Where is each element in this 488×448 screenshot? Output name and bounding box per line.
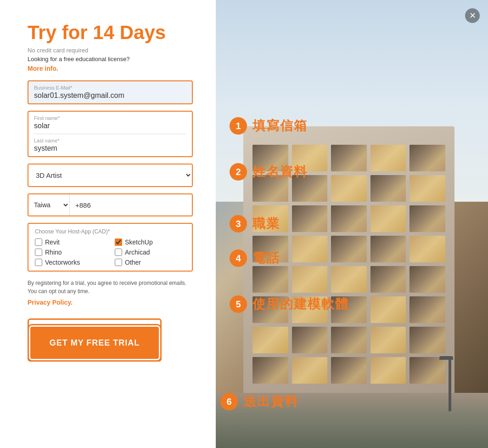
profession-select[interactable]: 3D Artist Architect Engineer Student Oth…: [28, 164, 192, 186]
submit-wrapper: GET MY FREE TRIAL: [28, 318, 162, 362]
privacy-policy-link[interactable]: Privacy Policy.: [28, 299, 73, 306]
window: [252, 357, 288, 384]
window: [331, 327, 367, 353]
window: [331, 266, 367, 293]
ground: [216, 393, 488, 448]
image-panel: 1 填寫信箱 2 姓名資料 3 職業 4 電話 5 使用的建模軟體: [216, 0, 488, 448]
first-name-input[interactable]: [34, 122, 186, 130]
subtitle-no-cc: No credit card required: [28, 47, 193, 54]
checkbox-revit-input[interactable]: [35, 238, 42, 246]
submit-button[interactable]: GET MY FREE TRIAL: [30, 327, 159, 359]
window: [409, 357, 445, 384]
profession-select-group: 3D Artist Architect Engineer Student Oth…: [28, 164, 193, 187]
page-title: Try for 14 Days: [28, 22, 193, 43]
window: [292, 266, 328, 293]
checkbox-archicad-input[interactable]: [115, 249, 122, 256]
checkbox-rhino-input[interactable]: [35, 249, 42, 256]
window: [292, 236, 328, 262]
window: [409, 175, 445, 202]
email-input[interactable]: [34, 91, 186, 100]
phone-field-group: Taiwa USA UK: [28, 193, 193, 216]
last-name-input[interactable]: [34, 144, 186, 153]
checkbox-archicad[interactable]: Archicad: [115, 249, 185, 256]
first-name-label: First name*: [34, 115, 186, 121]
window: [370, 205, 406, 232]
email-label: Business E-Mail*: [34, 85, 186, 91]
checkbox-sketchup[interactable]: SketchUp: [115, 238, 185, 246]
window: [331, 236, 367, 262]
window: [292, 296, 328, 323]
window: [331, 205, 367, 232]
window: [252, 175, 288, 202]
window: [331, 175, 367, 202]
window: [370, 327, 406, 353]
window: [331, 296, 367, 323]
building-main: [243, 126, 454, 402]
last-name-row: Last name*: [34, 138, 186, 153]
window: [252, 266, 288, 293]
window: [370, 296, 406, 323]
street-lamp: [449, 356, 451, 411]
checkbox-vectorworks[interactable]: Vectorworks: [35, 259, 106, 266]
checkbox-other-input[interactable]: [115, 259, 122, 266]
window: [252, 296, 288, 323]
checkbox-revit[interactable]: Revit: [35, 238, 106, 246]
form-panel: Try for 14 Days No credit card required …: [0, 0, 216, 448]
window: [409, 145, 445, 171]
checkbox-sketchup-input[interactable]: [115, 238, 122, 246]
window: [292, 205, 328, 232]
window: [292, 357, 328, 384]
phone-country-select[interactable]: Taiwa USA UK: [28, 194, 70, 215]
checkboxes-grid: Revit SketchUp Rhino Archicad Vectorwork…: [35, 238, 185, 266]
name-divider: [34, 134, 186, 134]
window: [252, 236, 288, 262]
window: [409, 205, 445, 232]
host-app-label: Choose Your Host-App (CAD)*: [35, 228, 185, 235]
subtitle-edu: Looking for a free educational license?: [28, 56, 193, 62]
window: [370, 145, 406, 171]
submit-section: GET MY FREE TRIAL: [28, 313, 193, 362]
window: [409, 327, 445, 353]
window: [252, 205, 288, 232]
building-illustration: [216, 0, 488, 448]
window: [331, 357, 367, 384]
window: [370, 236, 406, 262]
checkbox-other[interactable]: Other: [115, 259, 185, 266]
building-windows: [252, 145, 445, 384]
phone-input[interactable]: [70, 195, 192, 215]
first-name-row: First name*: [34, 115, 186, 130]
checkbox-rhino[interactable]: Rhino: [35, 249, 106, 256]
checkbox-vectorworks-input[interactable]: [35, 259, 42, 266]
more-info-link[interactable]: More info.: [28, 65, 58, 72]
window: [252, 327, 288, 353]
window: [409, 296, 445, 323]
window: [409, 236, 445, 262]
window: [409, 266, 445, 293]
name-field-group: First name* Last name*: [28, 111, 193, 157]
agreement-text: By registering for a trial, you agree to…: [28, 279, 193, 295]
close-button[interactable]: ✕: [465, 8, 480, 23]
email-field-group: Business E-Mail*: [28, 80, 193, 104]
window: [252, 145, 288, 171]
window: [370, 357, 406, 384]
window: [292, 175, 328, 202]
window: [370, 266, 406, 293]
page-wrapper: Try for 14 Days No credit card required …: [0, 0, 488, 448]
window: [370, 175, 406, 202]
host-app-group: Choose Your Host-App (CAD)* Revit Sketch…: [28, 223, 193, 272]
last-name-label: Last name*: [34, 138, 186, 143]
window: [331, 145, 367, 171]
window: [292, 145, 328, 171]
window: [292, 327, 328, 353]
